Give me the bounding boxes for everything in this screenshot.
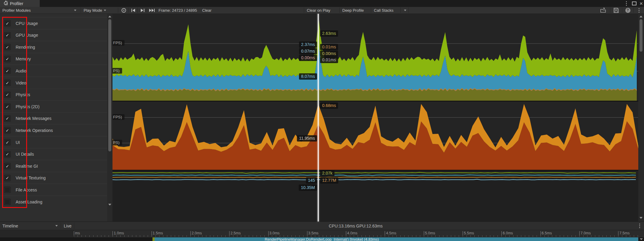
timeline-sample-label: RenderPipelineManager.DoRenderLoop_Inter… — [265, 237, 379, 241]
chevron-down-icon — [55, 225, 58, 227]
module-checkbox[interactable] — [4, 187, 11, 193]
ruler-tick — [346, 231, 346, 235]
scroll-down-icon[interactable] — [640, 238, 643, 240]
module-label: Network Messages — [16, 116, 51, 121]
module-row-audio[interactable]: ✓Audio — [0, 65, 107, 77]
module-checkbox[interactable]: ✓ — [4, 103, 11, 110]
module-checkbox[interactable]: ✓ — [4, 163, 11, 169]
profiler-stopwatch-icon — [4, 1, 8, 7]
module-row-asset-loading[interactable]: Asset Loading — [0, 196, 107, 208]
module-row-network-operations[interactable]: ✓Network Operations — [0, 124, 107, 136]
timeline-menu-icon[interactable] — [636, 222, 643, 230]
save-profile-button[interactable] — [611, 7, 621, 14]
window-menu-icon[interactable] — [623, 0, 629, 7]
module-row-memory[interactable]: ✓Memory — [0, 53, 107, 65]
timeline-toolbar: Timeline Live CPU:13.16ms GPU:12.63ms — [0, 221, 644, 230]
ruler-tick — [190, 231, 191, 235]
ruler-tick — [385, 231, 385, 235]
module-row-file-access[interactable]: File Access — [0, 184, 107, 196]
record-button[interactable] — [120, 7, 127, 14]
cpu-usage-chart[interactable] — [112, 14, 638, 101]
ruler-tick-label: 6.5ms — [542, 231, 552, 235]
module-row-ui-details[interactable]: ✓UI Details — [0, 148, 107, 160]
module-checkbox[interactable] — [4, 199, 11, 205]
charts-scrollbar[interactable] — [638, 14, 644, 221]
chevron-down-icon — [404, 10, 406, 11]
load-profile-button[interactable] — [599, 7, 609, 14]
module-checkbox[interactable]: ✓ — [4, 115, 11, 122]
module-row-virtual-texturing[interactable]: ✓Virtual Texturing — [0, 172, 107, 184]
modules-scrollbar[interactable] — [107, 14, 112, 221]
tab-title: Profiler — [10, 1, 23, 6]
clear-button[interactable]: Clear — [202, 7, 211, 14]
current-frame-playhead[interactable] — [318, 14, 319, 221]
tab-profiler[interactable]: Profiler — [0, 0, 40, 7]
module-row-gpu-usage[interactable]: ✓GPU Usage — [0, 29, 107, 41]
frame-counter: Frame: 24723 / 24895 — [159, 7, 197, 14]
deep-profile-toggle[interactable]: Deep Profile — [342, 7, 364, 14]
module-checkbox[interactable]: ✓ — [4, 139, 11, 145]
previous-frame-button[interactable] — [130, 7, 137, 14]
module-label: Asset Loading — [16, 200, 42, 204]
module-checkbox[interactable]: ✓ — [4, 175, 11, 181]
ruler-tick — [268, 231, 269, 235]
ruler-minor-ticks — [74, 235, 638, 237]
gpu-usage-chart[interactable] — [112, 102, 638, 170]
timeline-track[interactable]: RenderPipelineManager.DoRenderLoop_Inter… — [0, 237, 644, 241]
module-row-ui[interactable]: ✓UI — [0, 136, 107, 148]
ruler-tick-label: 2.0ms — [192, 231, 202, 235]
module-checkbox[interactable]: ✓ — [4, 32, 11, 38]
ruler-tick — [307, 231, 307, 235]
ruler-tick — [152, 231, 152, 235]
module-label: Physics — [16, 92, 30, 97]
ruler-tick-label: ms — [75, 231, 80, 235]
module-checkbox[interactable]: ✓ — [4, 68, 11, 74]
clear-on-play-toggle[interactable]: Clear on Play — [307, 7, 330, 14]
module-checkbox[interactable]: ✓ — [4, 92, 11, 98]
module-label: Virtual Texturing — [16, 175, 46, 180]
window-maximize-icon[interactable] — [630, 0, 638, 7]
module-checkbox[interactable]: ✓ — [4, 127, 11, 133]
help-icon[interactable]: ? — [623, 7, 632, 14]
time-ruler[interactable]: ms1.0ms1.5ms2.0ms2.5ms3.0ms3.5ms4.0ms4.5… — [0, 230, 644, 237]
call-stacks-dropdown[interactable] — [402, 7, 408, 14]
play-mode-dropdown[interactable]: Play Mode — [84, 7, 106, 14]
ruler-tick — [74, 231, 74, 235]
ruler-tick — [618, 231, 618, 235]
ruler-tick-label: 3.5ms — [308, 231, 319, 235]
module-row-realtime-gi[interactable]: ✓Realtime GI — [0, 160, 107, 172]
rendering-chart[interactable] — [112, 171, 638, 221]
ruler-tick-label: 4.5ms — [386, 231, 396, 235]
live-toggle[interactable]: Live — [64, 222, 72, 230]
play-mode-label: Play Mode — [84, 8, 102, 13]
timeline-sample-band[interactable] — [155, 237, 638, 241]
module-row-video[interactable]: ✓Video — [0, 77, 107, 89]
view-mode-dropdown[interactable]: Timeline — [2, 222, 60, 230]
current-frame-button[interactable] — [148, 7, 156, 14]
timeline-sample-sliver[interactable] — [153, 237, 155, 241]
module-row-network-messages[interactable]: ✓Network Messages — [0, 112, 107, 124]
tab-bar: Profiler × — [0, 0, 644, 7]
call-stacks-toggle[interactable]: Call Stacks — [374, 7, 393, 14]
module-checkbox[interactable]: ✓ — [4, 151, 11, 157]
view-mode-label: Timeline — [2, 224, 18, 228]
window-close-icon[interactable]: × — [638, 0, 644, 7]
module-label: Physics (2D) — [16, 104, 39, 109]
module-checkbox[interactable]: ✓ — [4, 44, 11, 50]
module-row-cpu-usage[interactable]: ✓CPU Usage — [0, 17, 107, 29]
module-row-physics-2d-[interactable]: ✓Physics (2D) — [0, 100, 107, 112]
toolbar-menu-icon[interactable] — [635, 7, 642, 14]
ruler-tick — [501, 231, 502, 235]
module-row-physics[interactable]: ✓Physics — [0, 89, 107, 101]
module-label: File Access — [16, 188, 37, 192]
module-checkbox[interactable]: ✓ — [4, 20, 11, 26]
chevron-down-icon — [74, 10, 76, 11]
module-row-rendering[interactable]: ✓Rendering — [0, 41, 107, 53]
ruler-tick-label: 7.0ms — [581, 231, 591, 235]
ruler-tick-label: 1.5ms — [153, 231, 163, 235]
profiler-modules-dropdown[interactable]: Profiler Modules — [2, 7, 79, 14]
next-frame-button[interactable] — [139, 7, 146, 14]
module-checkbox[interactable]: ✓ — [4, 80, 11, 86]
ruler-tick-label: 6.0ms — [503, 231, 513, 235]
module-checkbox[interactable]: ✓ — [4, 56, 11, 62]
